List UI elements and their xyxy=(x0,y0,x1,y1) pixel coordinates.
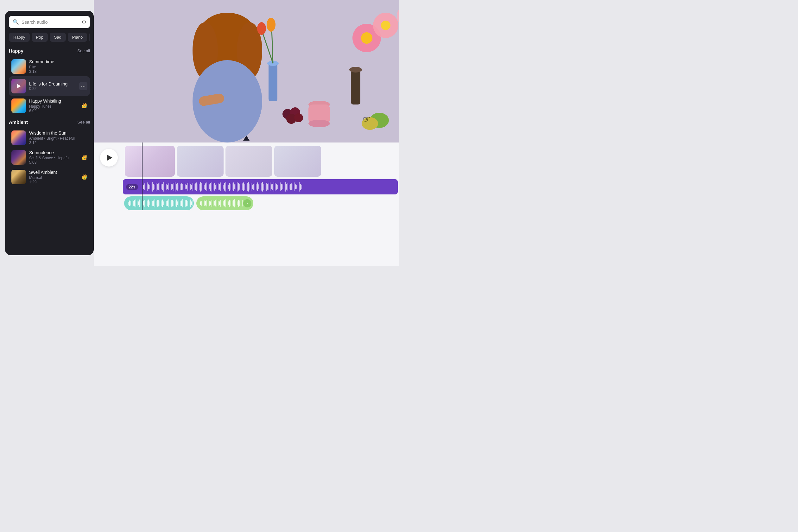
genre-chip-sad[interactable]: Sad xyxy=(50,33,66,42)
svg-rect-7 xyxy=(268,63,278,101)
svg-point-18 xyxy=(381,21,391,30)
svg-point-25 xyxy=(294,113,303,122)
filter-icon[interactable]: ⚙ xyxy=(82,19,86,25)
track-badge-swell: 👑 xyxy=(81,174,88,180)
thumbnail-frame-2 xyxy=(177,146,224,177)
track-info-summertime: Summertime Film 3:13 xyxy=(29,59,88,74)
timeline-scrubber-line[interactable] xyxy=(142,142,142,210)
svg-point-28 xyxy=(308,120,330,127)
play-overlay-dreaming xyxy=(12,79,26,93)
track-genre-somnolence: Sci-fi & Space • Hopeful xyxy=(29,156,78,160)
happy-see-all[interactable]: See all xyxy=(77,49,90,53)
track-name-wisdom: Wisdom in the Sun xyxy=(29,131,88,135)
track-thumb-somnolence xyxy=(12,150,26,165)
track-duration-summertime: 3:13 xyxy=(29,69,88,74)
track-whistling[interactable]: Happy Whistling Happy Tunes 6:02 👑 xyxy=(9,96,90,116)
track-info-wisdom: Wisdom in the Sun Ambient • Bright • Pea… xyxy=(29,131,88,145)
track-name-somnolence: Somnolence xyxy=(29,150,78,155)
play-icon-dreaming xyxy=(17,84,21,88)
track-name-dreaming: Life is for Dreaming xyxy=(29,81,76,87)
timeline-tracks: 22s › xyxy=(123,142,399,210)
svg-point-21 xyxy=(362,117,378,130)
svg-point-14 xyxy=(349,67,362,73)
genre-chip-pop[interactable]: Pop xyxy=(32,33,48,42)
happy-section-title: Happy xyxy=(9,48,23,54)
track-info-whistling: Happy Whistling Happy Tunes 6:02 xyxy=(29,98,78,113)
ambient-see-all[interactable]: See all xyxy=(77,120,90,125)
track-swell[interactable]: Swell Ambient Musical 1:29 👑 xyxy=(9,167,90,187)
audio-tracks-secondary: › xyxy=(123,196,399,210)
thumbnail-frame-4 xyxy=(274,146,321,177)
track-somnolence[interactable]: Somnolence Sci-fi & Space • Hopeful 5:03… xyxy=(9,148,90,167)
preview-panel: 22s › ☞ xyxy=(94,0,399,266)
svg-rect-13 xyxy=(351,70,360,104)
genre-chip-happy[interactable]: Happy xyxy=(9,33,30,42)
track-badge-whistling: 👑 xyxy=(81,103,88,109)
svg-point-12 xyxy=(267,18,276,32)
ambient-section-title: Ambient xyxy=(9,119,28,125)
track-badge-somnolence: 👑 xyxy=(81,154,88,160)
audio-library-panel: 🔍 ⚙ Happy Pop Sad Piano Jazz Bi› Happy S… xyxy=(5,11,94,255)
track-thumb-summertime xyxy=(12,59,26,74)
track-thumb-swell xyxy=(12,170,26,184)
video-preview xyxy=(94,0,399,142)
audio-track-green[interactable]: › xyxy=(196,196,253,210)
play-icon xyxy=(107,154,112,161)
search-icon: 🔍 xyxy=(13,19,19,25)
svg-point-16 xyxy=(361,32,373,44)
audio-track-teal[interactable] xyxy=(124,196,194,210)
video-content-svg xyxy=(94,0,399,142)
track-thumb-dreaming xyxy=(12,79,26,93)
genre-chip-jazz[interactable]: Jazz xyxy=(89,33,90,42)
svg-point-10 xyxy=(257,22,266,35)
track-wisdom[interactable]: Wisdom in the Sun Ambient • Bright • Pea… xyxy=(9,128,90,148)
svg-marker-29 xyxy=(243,135,249,140)
track-genre-swell: Musical xyxy=(29,175,78,180)
thumbnail-frame-1 xyxy=(125,146,175,177)
track-duration-swell: 1:29 xyxy=(29,180,78,184)
audio-track-main[interactable]: 22s xyxy=(123,179,398,194)
track-info-somnolence: Somnolence Sci-fi & Space • Hopeful 5:03 xyxy=(29,150,78,165)
search-bar: 🔍 ⚙ xyxy=(9,16,90,28)
search-input[interactable] xyxy=(21,20,79,25)
thumbnail-strip xyxy=(123,144,399,178)
track-duration-wisdom: 3:12 xyxy=(29,140,88,145)
track-dreaming[interactable]: Life is for Dreaming 0:22 ··· xyxy=(9,76,90,96)
track-genre-summertime: Film xyxy=(29,65,88,69)
happy-section-header: Happy See all xyxy=(9,48,90,54)
thumbnail-frame-3 xyxy=(226,146,272,177)
track-genre-whistling: Happy Tunes xyxy=(29,104,78,109)
track-name-whistling: Happy Whistling xyxy=(29,98,78,103)
track-timecode-label: 22s xyxy=(126,184,138,190)
track-duration-somnolence: 5:03 xyxy=(29,160,78,165)
waveform-purple xyxy=(123,179,398,194)
ambient-section-header: Ambient See all xyxy=(9,119,90,125)
track-resize-green[interactable]: › xyxy=(243,199,251,207)
track-duration-dreaming: 0:22 xyxy=(29,87,76,91)
waveform-teal xyxy=(124,196,194,210)
genre-chips: Happy Pop Sad Piano Jazz Bi› xyxy=(9,33,90,42)
track-name-summertime: Summertime xyxy=(29,59,88,64)
track-name-swell: Swell Ambient xyxy=(29,170,78,175)
track-genre-wisdom: Ambient • Bright • Peaceful xyxy=(29,136,88,140)
track-info-dreaming: Life is for Dreaming 0:22 xyxy=(29,81,76,91)
track-duration-whistling: 6:02 xyxy=(29,109,78,113)
track-more-dreaming[interactable]: ··· xyxy=(79,82,88,90)
track-thumb-whistling xyxy=(12,98,26,113)
scrubber-top-marker xyxy=(243,135,250,141)
track-summertime[interactable]: Summertime Film 3:13 xyxy=(9,57,90,76)
timeline-play-button[interactable] xyxy=(100,149,118,167)
timeline-area: 22s › xyxy=(94,142,399,266)
track-info-swell: Swell Ambient Musical 1:29 xyxy=(29,170,78,184)
genre-chip-piano[interactable]: Piano xyxy=(68,33,87,42)
track-thumb-wisdom xyxy=(12,131,26,145)
